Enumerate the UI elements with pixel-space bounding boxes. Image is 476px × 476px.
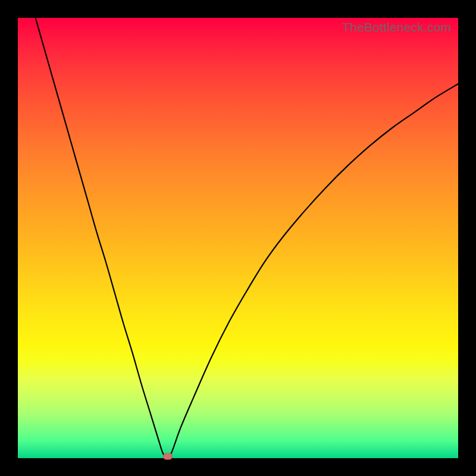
minimum-marker [163, 453, 173, 460]
watermark-text: TheBottleneck.com [342, 20, 451, 35]
bottleneck-curve [36, 18, 458, 458]
plot-area: TheBottleneck.com [18, 18, 458, 458]
curve-svg [18, 18, 458, 458]
chart-frame: TheBottleneck.com [0, 0, 476, 476]
